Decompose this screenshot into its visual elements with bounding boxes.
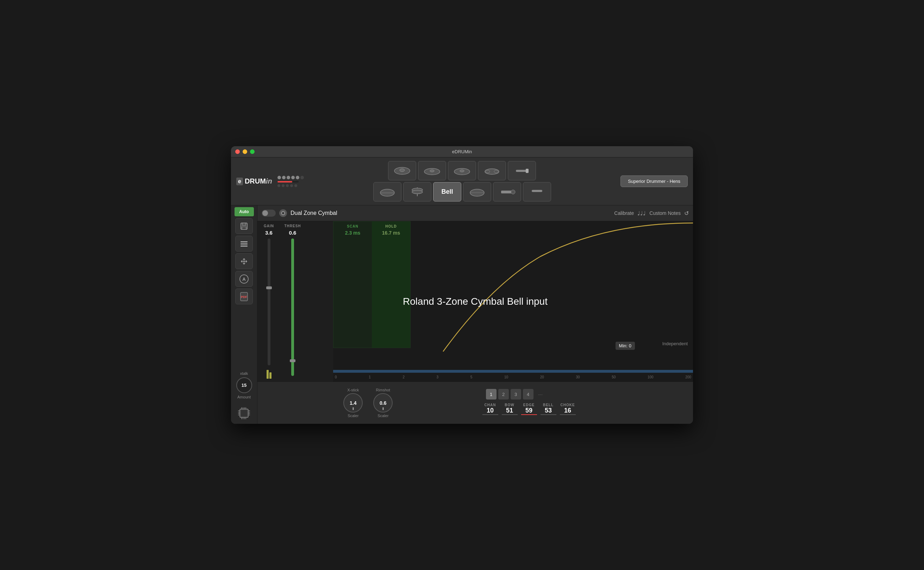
svg-rect-25 bbox=[240, 241, 248, 242]
drum-pad-cymbal3[interactable] bbox=[448, 161, 476, 180]
zone-tab-4[interactable]: 4 bbox=[523, 389, 534, 400]
svg-point-7 bbox=[486, 170, 490, 173]
rimshot-value: 0.6 bbox=[379, 400, 386, 406]
xtalk-knob[interactable]: 15 bbox=[236, 377, 252, 393]
svg-point-8 bbox=[494, 170, 498, 173]
auto-button[interactable]: Auto bbox=[234, 207, 254, 216]
logo-e: e bbox=[236, 178, 243, 185]
hold-label: HOLD bbox=[385, 224, 396, 228]
svg-rect-26 bbox=[240, 244, 248, 245]
xstick-knob[interactable]: 1.4 bbox=[343, 393, 363, 412]
logo-text: DRUMin bbox=[245, 177, 272, 185]
scan-value: 2.3 ms bbox=[345, 230, 361, 236]
save-icon[interactable] bbox=[235, 218, 253, 234]
bell-field: BELL 53 bbox=[540, 403, 556, 415]
instrument-area: Dual Zone Cymbal Calibrate ♩♩♩ Custom No… bbox=[257, 205, 693, 424]
bow-underline bbox=[502, 414, 518, 415]
main-content: Auto bbox=[231, 205, 693, 424]
svg-rect-27 bbox=[240, 245, 248, 247]
title-bar: eDRUMin bbox=[231, 146, 693, 158]
zone-tab-1[interactable]: 1 bbox=[486, 389, 497, 400]
xstick-scaler-label: Scaler bbox=[347, 414, 358, 418]
svg-point-16 bbox=[412, 190, 422, 194]
svg-point-53 bbox=[282, 212, 284, 214]
minimize-button[interactable] bbox=[243, 149, 247, 154]
header-controls bbox=[277, 176, 304, 187]
drum-pad-snare1[interactable] bbox=[373, 182, 401, 202]
xstick-control: X-stick 1.4 Scaler bbox=[343, 388, 363, 418]
meter-bar-1 bbox=[266, 370, 269, 379]
bell-value: 53 bbox=[540, 407, 556, 414]
timeline-markers: 0 1 2 3 5 10 20 30 50 100 200 bbox=[335, 375, 691, 379]
midi-dot-6 bbox=[300, 176, 304, 179]
zone-tab-dash: --- bbox=[535, 389, 546, 400]
meter-bars bbox=[266, 368, 271, 379]
marker-0: 0 bbox=[335, 375, 337, 379]
list-icon[interactable] bbox=[235, 236, 253, 251]
chip-icon[interactable] bbox=[235, 405, 253, 422]
drum-pad-hihat[interactable] bbox=[403, 182, 431, 202]
xtalk-value: 15 bbox=[242, 383, 246, 388]
svg-rect-10 bbox=[526, 169, 529, 173]
marker-50: 50 bbox=[612, 375, 615, 379]
svg-rect-24 bbox=[242, 227, 246, 229]
midi-dot-5 bbox=[296, 176, 299, 179]
drum-pad-bell[interactable]: Bell bbox=[433, 182, 461, 202]
drum-pad-stick[interactable] bbox=[508, 161, 536, 180]
app-window: eDRUMin e DRUMin bbox=[231, 146, 693, 424]
preset-button[interactable]: Superior Drummer - Hens bbox=[621, 175, 688, 187]
zone-tab-2[interactable]: 2 bbox=[498, 389, 509, 400]
gain-label: GAIN bbox=[264, 224, 274, 228]
gain-fader[interactable] bbox=[268, 239, 271, 365]
drum-pad-pedal[interactable] bbox=[523, 182, 551, 202]
svg-point-5 bbox=[460, 170, 464, 172]
min-indicator[interactable]: Min: 0 bbox=[615, 342, 635, 350]
chan-underline bbox=[482, 414, 498, 415]
marker-100: 100 bbox=[647, 375, 653, 379]
meter-bar-2 bbox=[269, 372, 271, 379]
maximize-button[interactable] bbox=[250, 149, 255, 154]
window-title: eDRUMin bbox=[452, 149, 472, 154]
instrument-icon bbox=[279, 209, 287, 217]
refresh-button[interactable]: ↺ bbox=[684, 210, 689, 217]
pdf-icon[interactable]: PDF bbox=[235, 288, 253, 304]
choke-label: CHOKE bbox=[560, 403, 575, 407]
midi-dots-row2 bbox=[277, 184, 304, 187]
bow-value: 51 bbox=[502, 407, 518, 414]
drum-pad-cymbal2[interactable] bbox=[418, 161, 446, 180]
drum-pad-kick[interactable] bbox=[493, 182, 521, 202]
xtalk-section: xtalk 15 Amount bbox=[236, 371, 252, 403]
rimshot-knob[interactable]: 0.6 bbox=[373, 393, 393, 412]
zone-tab-3[interactable]: 3 bbox=[511, 389, 521, 400]
decay-curve-area bbox=[411, 221, 693, 352]
arrows-icon[interactable] bbox=[235, 253, 253, 269]
thresh-fader[interactable] bbox=[291, 239, 294, 376]
scan-label: SCAN bbox=[347, 224, 358, 228]
rimshot-scaler-label: Scaler bbox=[378, 414, 389, 418]
svg-point-1 bbox=[400, 169, 405, 172]
drum-pad-snare2[interactable] bbox=[463, 182, 491, 202]
midi-indicators bbox=[277, 176, 304, 179]
midi-dot-small-4 bbox=[290, 184, 293, 187]
power-toggle[interactable] bbox=[262, 210, 276, 217]
zone-tabs: 1 2 3 4 --- bbox=[482, 385, 690, 403]
midi-dot-2 bbox=[282, 176, 286, 179]
close-button[interactable] bbox=[235, 149, 240, 154]
midi-values-row: CHAN 10 BOW 51 EDGE 59 bbox=[482, 403, 690, 415]
bell-label: BELL bbox=[543, 403, 554, 407]
chan-label: CHAN bbox=[485, 403, 496, 407]
midi-bar-fill bbox=[277, 181, 292, 182]
drum-pad-cymbal4[interactable] bbox=[478, 161, 506, 180]
progress-bar[interactable] bbox=[333, 370, 693, 373]
a-circle-icon[interactable]: A bbox=[235, 271, 253, 287]
marker-2: 2 bbox=[402, 375, 405, 379]
drum-pad-cymbal1[interactable] bbox=[388, 161, 416, 180]
notes-icon: ♩♩♩ bbox=[637, 210, 646, 217]
marker-200: 200 bbox=[685, 375, 691, 379]
marker-5: 5 bbox=[470, 375, 473, 379]
chan-field: CHAN 10 bbox=[482, 403, 498, 415]
calibrate-button[interactable]: Calibrate bbox=[614, 210, 634, 216]
marker-30: 30 bbox=[576, 375, 580, 379]
instrument-toolbar: Dual Zone Cymbal Calibrate ♩♩♩ Custom No… bbox=[257, 205, 693, 221]
bow-label: BOW bbox=[505, 403, 514, 407]
